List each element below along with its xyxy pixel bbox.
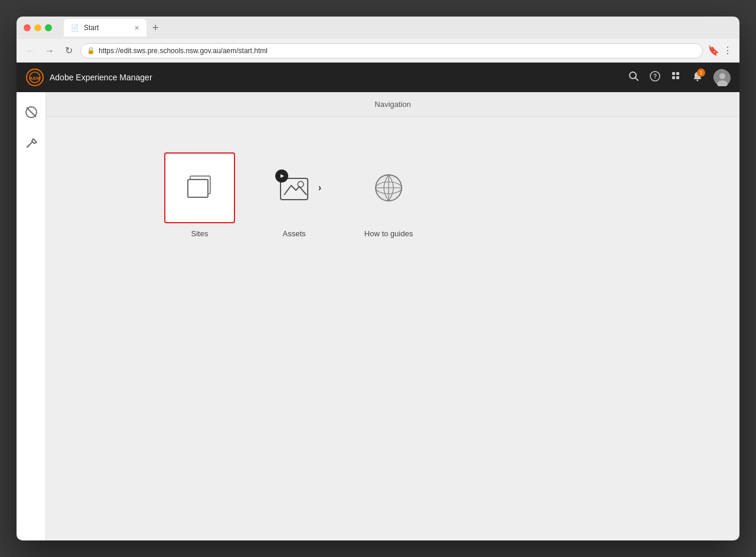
sidebar-icon-visibility[interactable] bbox=[21, 102, 42, 123]
user-avatar[interactable] bbox=[713, 69, 730, 86]
svg-line-15 bbox=[27, 108, 36, 117]
window-controls bbox=[24, 24, 52, 31]
svg-rect-7 bbox=[676, 72, 679, 75]
sites-tile[interactable]: Sites bbox=[164, 152, 235, 238]
address-bar: ← → ↻ 🔒 https://edit.sws.pre.schools.nsw… bbox=[17, 39, 739, 63]
assets-play-icon bbox=[275, 170, 288, 183]
aem-logo: AEM Adobe Experience Manager bbox=[26, 69, 152, 86]
assets-icon-wrapper: › bbox=[259, 152, 330, 223]
svg-rect-8 bbox=[672, 76, 675, 79]
maximize-window-button[interactable] bbox=[45, 24, 52, 31]
navigation-label: Navigation bbox=[374, 100, 410, 109]
notification-badge: 1 bbox=[697, 69, 705, 77]
svg-point-10 bbox=[697, 80, 699, 82]
active-tab[interactable]: 📄 Start ✕ bbox=[64, 19, 146, 37]
title-bar: 📄 Start ✕ + bbox=[17, 17, 739, 39]
assets-arrow-icon: › bbox=[318, 183, 321, 193]
sidebar-icon-tools[interactable] bbox=[21, 132, 42, 154]
navigation-header: Navigation bbox=[46, 92, 739, 117]
url-text: https://edit.sws.pre.schools.nsw.gov.au/… bbox=[99, 47, 268, 55]
svg-line-3 bbox=[636, 78, 638, 81]
new-tab-button[interactable]: + bbox=[150, 22, 161, 34]
search-icon[interactable] bbox=[628, 71, 639, 84]
aem-topbar: AEM Adobe Experience Manager ? bbox=[17, 63, 739, 92]
lock-icon: 🔒 bbox=[87, 47, 95, 54]
help-icon[interactable]: ? bbox=[650, 71, 660, 84]
assets-tile[interactable]: › Assets bbox=[259, 152, 330, 238]
menu-button[interactable]: ⋮ bbox=[723, 45, 732, 56]
url-bar[interactable]: 🔒 https://edit.sws.pre.schools.nsw.gov.a… bbox=[80, 43, 703, 58]
bookmark-button[interactable]: 🔖 bbox=[708, 45, 719, 56]
sites-icon-wrapper bbox=[164, 152, 235, 223]
svg-point-12 bbox=[719, 73, 725, 79]
how-to-guides-tile[interactable]: How to guides bbox=[353, 152, 424, 238]
tab-close-button[interactable]: ✕ bbox=[134, 24, 139, 32]
tab-label: Start bbox=[84, 24, 99, 32]
assets-label: Assets bbox=[282, 229, 305, 238]
how-to-guides-label: How to guides bbox=[364, 229, 413, 238]
aem-topbar-right: ? bbox=[628, 69, 730, 86]
how-to-guides-icon-wrapper bbox=[353, 152, 424, 223]
svg-marker-20 bbox=[281, 174, 284, 178]
browser-actions: 🔖 ⋮ bbox=[708, 45, 732, 56]
svg-text:?: ? bbox=[653, 73, 657, 80]
apps-icon[interactable] bbox=[671, 71, 682, 84]
aem-app: AEM Adobe Experience Manager ? bbox=[17, 63, 739, 540]
content-area: Navigation Sit bbox=[46, 92, 739, 540]
back-button[interactable]: ← bbox=[24, 44, 38, 58]
tab-icon: 📄 bbox=[71, 24, 79, 32]
forward-button[interactable]: → bbox=[43, 44, 57, 58]
svg-rect-6 bbox=[672, 72, 675, 75]
main-layout: Navigation Sit bbox=[17, 92, 739, 540]
refresh-button[interactable]: ↻ bbox=[61, 44, 76, 58]
aem-app-title: Adobe Experience Manager bbox=[50, 73, 152, 82]
notification-wrapper[interactable]: 1 bbox=[692, 71, 703, 84]
sidebar bbox=[17, 92, 46, 540]
sites-label: Sites bbox=[191, 229, 208, 238]
aem-logo-icon: AEM bbox=[26, 69, 44, 86]
minimize-window-button[interactable] bbox=[34, 24, 41, 31]
svg-text:AEM: AEM bbox=[30, 76, 40, 81]
svg-rect-9 bbox=[676, 76, 679, 79]
tab-bar: 📄 Start ✕ + bbox=[64, 19, 732, 37]
navigation-tiles: Sites bbox=[46, 117, 739, 540]
close-window-button[interactable] bbox=[24, 24, 31, 31]
svg-rect-17 bbox=[188, 180, 208, 197]
